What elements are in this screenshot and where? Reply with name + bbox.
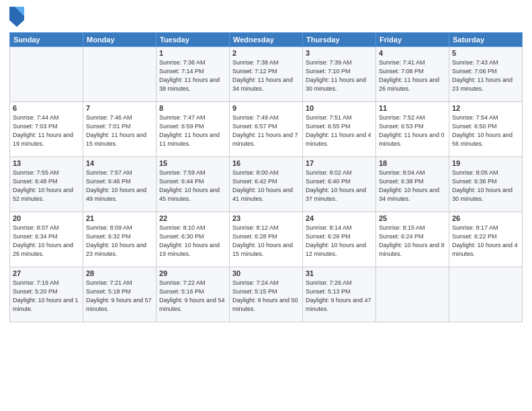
day-info: Sunrise: 8:15 AM Sunset: 6:24 PM Dayligh… — [379, 224, 446, 259]
day-number: 23 — [232, 214, 300, 222]
day-info: Sunrise: 7:19 AM Sunset: 5:20 PM Dayligh… — [13, 279, 80, 314]
day-number: 18 — [379, 159, 446, 167]
header — [9, 7, 523, 27]
day-info: Sunrise: 7:22 AM Sunset: 5:16 PM Dayligh… — [159, 279, 226, 314]
day-number: 16 — [232, 159, 300, 167]
day-info: Sunrise: 7:46 AM Sunset: 7:01 PM Dayligh… — [86, 113, 153, 148]
day-info: Sunrise: 8:07 AM Sunset: 6:34 PM Dayligh… — [13, 224, 80, 259]
calendar-cell: 1Sunrise: 7:36 AM Sunset: 7:14 PM Daylig… — [157, 47, 230, 102]
day-number: 5 — [452, 49, 519, 57]
day-info: Sunrise: 8:04 AM Sunset: 6:38 PM Dayligh… — [379, 169, 446, 203]
calendar-cell: 23Sunrise: 8:12 AM Sunset: 6:28 PM Dayli… — [230, 212, 303, 267]
day-number: 13 — [13, 159, 80, 167]
day-info: Sunrise: 7:55 AM Sunset: 6:48 PM Dayligh… — [13, 169, 80, 203]
day-number: 1 — [159, 49, 226, 57]
day-info: Sunrise: 8:10 AM Sunset: 6:30 PM Dayligh… — [159, 224, 226, 259]
calendar-cell: 8Sunrise: 7:47 AM Sunset: 6:59 PM Daylig… — [157, 102, 230, 157]
day-info: Sunrise: 7:36 AM Sunset: 7:14 PM Dayligh… — [159, 58, 226, 93]
calendar-cell — [10, 47, 83, 102]
calendar-week-row: 27Sunrise: 7:19 AM Sunset: 5:20 PM Dayli… — [10, 267, 523, 322]
calendar-cell: 27Sunrise: 7:19 AM Sunset: 5:20 PM Dayli… — [10, 267, 83, 322]
calendar-cell — [376, 267, 449, 322]
day-info: Sunrise: 8:00 AM Sunset: 6:42 PM Dayligh… — [232, 169, 300, 203]
calendar-cell: 28Sunrise: 7:21 AM Sunset: 5:18 PM Dayli… — [83, 267, 157, 322]
weekday-header: Saturday — [449, 33, 523, 47]
day-number: 10 — [306, 104, 373, 112]
calendar-cell: 9Sunrise: 7:49 AM Sunset: 6:57 PM Daylig… — [230, 102, 303, 157]
day-info: Sunrise: 7:39 AM Sunset: 7:10 PM Dayligh… — [306, 58, 373, 93]
calendar-week-row: 6Sunrise: 7:44 AM Sunset: 7:03 PM Daylig… — [10, 102, 523, 157]
day-info: Sunrise: 7:43 AM Sunset: 7:06 PM Dayligh… — [452, 58, 519, 93]
day-info: Sunrise: 7:26 AM Sunset: 5:13 PM Dayligh… — [306, 279, 373, 314]
day-number: 30 — [232, 269, 300, 277]
day-number: 12 — [452, 104, 519, 112]
day-info: Sunrise: 7:57 AM Sunset: 6:46 PM Dayligh… — [86, 169, 153, 203]
day-number: 25 — [379, 214, 446, 222]
calendar-cell: 24Sunrise: 8:14 AM Sunset: 6:26 PM Dayli… — [303, 212, 376, 267]
day-number: 24 — [306, 214, 373, 222]
day-info: Sunrise: 7:49 AM Sunset: 6:57 PM Dayligh… — [232, 113, 300, 148]
day-info: Sunrise: 8:02 AM Sunset: 6:40 PM Dayligh… — [306, 169, 373, 203]
day-number: 20 — [13, 214, 80, 222]
calendar-cell: 17Sunrise: 8:02 AM Sunset: 6:40 PM Dayli… — [303, 157, 376, 212]
calendar-table: SundayMondayTuesdayWednesdayThursdayFrid… — [9, 32, 523, 322]
calendar-cell — [449, 267, 523, 322]
calendar-cell: 15Sunrise: 7:59 AM Sunset: 6:44 PM Dayli… — [157, 157, 230, 212]
calendar-cell: 22Sunrise: 8:10 AM Sunset: 6:30 PM Dayli… — [157, 212, 230, 267]
day-info: Sunrise: 8:05 AM Sunset: 6:36 PM Dayligh… — [452, 169, 519, 203]
calendar-cell: 25Sunrise: 8:15 AM Sunset: 6:24 PM Dayli… — [376, 212, 449, 267]
day-number: 28 — [86, 269, 153, 277]
calendar-cell: 19Sunrise: 8:05 AM Sunset: 6:36 PM Dayli… — [449, 157, 523, 212]
calendar-cell — [83, 47, 157, 102]
calendar-cell: 21Sunrise: 8:09 AM Sunset: 6:32 PM Dayli… — [83, 212, 157, 267]
calendar-cell: 16Sunrise: 8:00 AM Sunset: 6:42 PM Dayli… — [230, 157, 303, 212]
day-info: Sunrise: 7:38 AM Sunset: 7:12 PM Dayligh… — [232, 58, 300, 93]
calendar-cell: 30Sunrise: 7:24 AM Sunset: 5:15 PM Dayli… — [230, 267, 303, 322]
calendar-week-row: 20Sunrise: 8:07 AM Sunset: 6:34 PM Dayli… — [10, 212, 523, 267]
day-info: Sunrise: 7:21 AM Sunset: 5:18 PM Dayligh… — [86, 279, 153, 314]
day-number: 31 — [306, 269, 373, 277]
day-info: Sunrise: 7:59 AM Sunset: 6:44 PM Dayligh… — [159, 169, 226, 203]
day-info: Sunrise: 7:47 AM Sunset: 6:59 PM Dayligh… — [159, 113, 226, 148]
day-number: 8 — [159, 104, 226, 112]
calendar-cell: 29Sunrise: 7:22 AM Sunset: 5:16 PM Dayli… — [157, 267, 230, 322]
day-info: Sunrise: 8:14 AM Sunset: 6:26 PM Dayligh… — [306, 224, 373, 259]
calendar-header-row: SundayMondayTuesdayWednesdayThursdayFrid… — [10, 33, 523, 47]
day-number: 11 — [379, 104, 446, 112]
weekday-header: Sunday — [10, 33, 83, 47]
logo-icon — [9, 7, 24, 27]
day-number: 21 — [86, 214, 153, 222]
day-info: Sunrise: 8:09 AM Sunset: 6:32 PM Dayligh… — [86, 224, 153, 259]
day-number: 27 — [13, 269, 80, 277]
day-number: 26 — [452, 214, 519, 222]
weekday-header: Tuesday — [157, 33, 230, 47]
day-info: Sunrise: 7:44 AM Sunset: 7:03 PM Dayligh… — [13, 113, 80, 148]
calendar-cell: 5Sunrise: 7:43 AM Sunset: 7:06 PM Daylig… — [449, 47, 523, 102]
calendar-cell: 4Sunrise: 7:41 AM Sunset: 7:08 PM Daylig… — [376, 47, 449, 102]
calendar-cell: 13Sunrise: 7:55 AM Sunset: 6:48 PM Dayli… — [10, 157, 83, 212]
day-info: Sunrise: 8:17 AM Sunset: 6:22 PM Dayligh… — [452, 224, 519, 259]
calendar-week-row: 1Sunrise: 7:36 AM Sunset: 7:14 PM Daylig… — [10, 47, 523, 102]
day-number: 14 — [86, 159, 153, 167]
calendar-cell: 18Sunrise: 8:04 AM Sunset: 6:38 PM Dayli… — [376, 157, 449, 212]
calendar-cell: 3Sunrise: 7:39 AM Sunset: 7:10 PM Daylig… — [303, 47, 376, 102]
day-number: 9 — [232, 104, 300, 112]
logo — [9, 7, 27, 27]
day-number: 29 — [159, 269, 226, 277]
day-info: Sunrise: 7:54 AM Sunset: 6:50 PM Dayligh… — [452, 113, 519, 148]
day-number: 19 — [452, 159, 519, 167]
day-number: 7 — [86, 104, 153, 112]
day-info: Sunrise: 7:41 AM Sunset: 7:08 PM Dayligh… — [379, 58, 446, 93]
day-number: 2 — [232, 49, 300, 57]
day-number: 3 — [306, 49, 373, 57]
calendar-cell: 31Sunrise: 7:26 AM Sunset: 5:13 PM Dayli… — [303, 267, 376, 322]
day-number: 4 — [379, 49, 446, 57]
weekday-header: Thursday — [303, 33, 376, 47]
calendar-cell: 6Sunrise: 7:44 AM Sunset: 7:03 PM Daylig… — [10, 102, 83, 157]
day-info: Sunrise: 7:51 AM Sunset: 6:55 PM Dayligh… — [306, 113, 373, 148]
day-info: Sunrise: 7:52 AM Sunset: 6:53 PM Dayligh… — [379, 113, 446, 148]
calendar-cell: 26Sunrise: 8:17 AM Sunset: 6:22 PM Dayli… — [449, 212, 523, 267]
weekday-header: Wednesday — [230, 33, 303, 47]
day-info: Sunrise: 8:12 AM Sunset: 6:28 PM Dayligh… — [232, 224, 300, 259]
calendar-cell: 11Sunrise: 7:52 AM Sunset: 6:53 PM Dayli… — [376, 102, 449, 157]
